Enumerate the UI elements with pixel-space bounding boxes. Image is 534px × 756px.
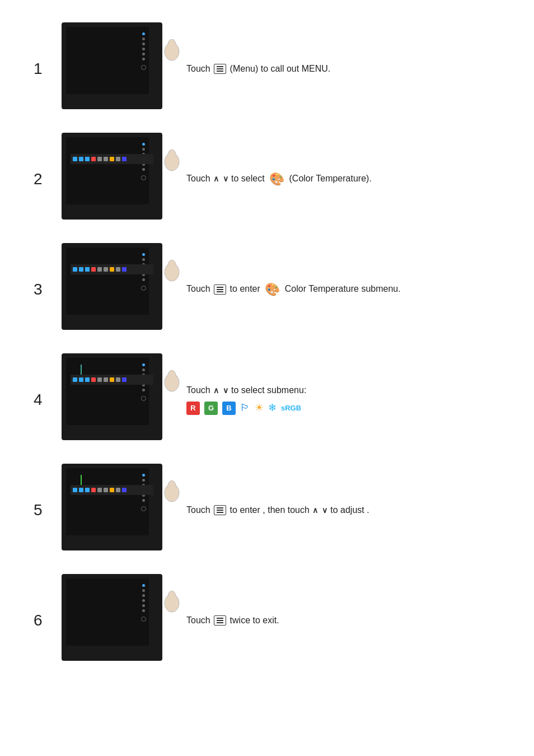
monitor-screen — [66, 137, 149, 204]
menu-item-1 — [73, 377, 77, 382]
step-text: twice to exit. — [227, 615, 279, 625]
monitor-screen — [66, 468, 149, 535]
step-description-6: Touch twice to exit. — [186, 614, 500, 627]
touch-finger-icon — [163, 150, 181, 172]
monitor-wrapper — [62, 353, 171, 446]
touch-finger-icon — [163, 480, 181, 503]
menu-item-7 — [110, 157, 114, 161]
menu-lines — [217, 507, 223, 513]
touch-finger-icon — [163, 260, 181, 282]
step-description-1: Touch (Menu) to call out MENU. — [186, 62, 500, 76]
menu-item-4 — [91, 157, 96, 161]
menu-item-6 — [104, 267, 108, 272]
rp-dot-6 — [142, 168, 145, 171]
rp-dot-5 — [142, 604, 145, 607]
menu-line-2 — [217, 68, 223, 69]
step-number-2: 2 — [34, 170, 62, 188]
monitor-body — [62, 353, 162, 440]
b-badge: B — [222, 402, 236, 415]
step-text: to select — [229, 174, 267, 183]
menu-item-5 — [97, 157, 102, 161]
menu-lines — [217, 618, 223, 623]
monitor-body — [62, 574, 162, 661]
step-number-4: 4 — [34, 391, 62, 409]
monitor-wrapper — [62, 464, 171, 556]
step-number-1: 1 — [34, 60, 62, 78]
rp-dot-1 — [142, 584, 145, 587]
monitor-body — [62, 133, 162, 220]
step-text: (Menu) to call out MENU. — [227, 64, 330, 73]
step-text: to enter , then touch — [227, 505, 312, 515]
svg-rect-11 — [168, 375, 176, 383]
rp-dot-6 — [142, 609, 145, 612]
step-number-6: 6 — [34, 612, 62, 629]
menu-line-3 — [217, 512, 223, 513]
step-prefix: Touch — [186, 174, 213, 183]
monitor-screen — [66, 358, 149, 425]
menu-item-7 — [110, 377, 114, 382]
chevron-up-icon: ∧ — [312, 506, 318, 515]
rp-dot-2 — [142, 258, 145, 261]
menu-item-4 — [91, 488, 96, 492]
monitor-wrapper — [62, 133, 171, 225]
rp-dot-1 — [142, 363, 145, 366]
monitor-body — [62, 243, 162, 330]
rp-dot-6 — [142, 278, 145, 281]
rp-dot-1 — [142, 253, 145, 256]
monitor-screen — [66, 248, 149, 315]
chevron-down-icon: ∨ — [322, 506, 327, 515]
srgb-label: sRGB — [281, 403, 301, 414]
step-prefix: Touch — [186, 615, 213, 625]
menu-line-2 — [217, 289, 223, 290]
color-temp-icon: 🎨 — [265, 280, 280, 298]
rp-dot-1 — [142, 143, 145, 146]
monitor-wrapper — [62, 22, 171, 115]
menu-line-3 — [217, 71, 223, 72]
rp-circle — [141, 617, 146, 622]
menu-item-8 — [116, 267, 120, 272]
step-suffix: (Color Temperature). — [287, 174, 372, 183]
menu-line-1 — [217, 507, 223, 508]
menu-item-5 — [97, 377, 102, 382]
menu-line-2 — [217, 620, 223, 621]
sun-icon: ☀ — [255, 400, 264, 416]
step-row-4: 4 — [34, 353, 500, 446]
menu-item-8 — [116, 157, 120, 161]
g-badge: G — [204, 402, 218, 415]
menu-line-2 — [217, 510, 223, 511]
step-row-6: 6 Touch twice to exit. — [34, 574, 500, 666]
menu-item-2 — [79, 488, 83, 492]
menu-item-5 — [97, 267, 102, 272]
menu-line-1 — [217, 287, 223, 288]
menu-line-3 — [217, 291, 223, 292]
rp-dot-6 — [142, 58, 145, 60]
touch-finger-icon — [163, 39, 181, 62]
chevron-up-icon: ∧ — [213, 386, 219, 395]
menu-item-4 — [91, 267, 96, 272]
menu-item-3 — [85, 157, 90, 161]
rp-dot-2 — [142, 148, 145, 151]
rp-dot-3 — [142, 594, 145, 597]
menu-item-7 — [110, 267, 114, 272]
menu-icon — [214, 284, 226, 295]
rp-dot-2 — [142, 368, 145, 371]
step-text: to enter — [227, 284, 263, 293]
svg-rect-14 — [168, 486, 176, 493]
step-row-1: 1 Touch (Menu) to call — [34, 22, 500, 115]
rp-dot-3 — [142, 43, 145, 45]
rp-circle — [141, 506, 146, 511]
menu-item-8 — [116, 377, 120, 382]
step-row-3: 3 — [34, 243, 500, 335]
cursor-line-green — [81, 475, 82, 485]
rp-dot-6 — [142, 499, 145, 502]
rp-dot-6 — [142, 389, 145, 391]
menu-line-1 — [217, 66, 223, 67]
step-suffix: Color Temperature submenu. — [282, 284, 400, 293]
rp-circle — [141, 286, 146, 291]
monitor-menu-bar — [71, 154, 153, 164]
menu-item-1 — [73, 488, 77, 492]
menu-item-9 — [122, 377, 127, 382]
menu-item-9 — [122, 157, 127, 161]
monitor-menu-bar — [71, 264, 153, 274]
cursor-line — [81, 365, 82, 375]
